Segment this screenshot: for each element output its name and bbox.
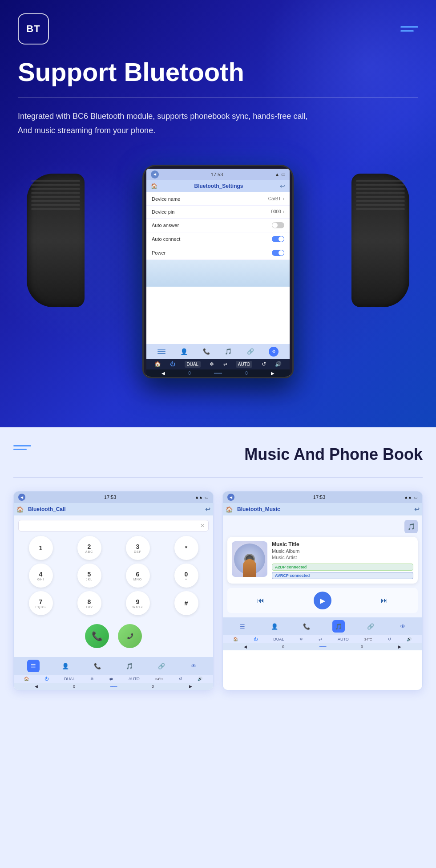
dial-btn-9[interactable]: 9 WXYZ <box>126 591 150 615</box>
music-ctrl-wind[interactable]: ↺ <box>388 637 392 641</box>
call-button[interactable]: 📞 <box>85 624 109 648</box>
bt-logo-text: BT <box>26 23 40 35</box>
bt-row-auto-connect[interactable]: Auto connect <box>146 232 290 246</box>
ctrl-home[interactable]: 🏠 <box>154 361 161 367</box>
bt-row-auto-answer[interactable]: Auto answer <box>146 219 290 232</box>
dial-btn-4[interactable]: 4 GHI <box>29 564 53 588</box>
ctrl-back[interactable]: ◀ <box>161 371 165 376</box>
prev-track-btn[interactable]: ⏮ <box>254 593 268 608</box>
call-nav-phone[interactable]: 📞 <box>91 660 104 672</box>
music-ctrl-auto[interactable]: AUTO <box>338 637 349 641</box>
call-ctrl-vol[interactable]: 🔊 <box>198 677 202 681</box>
call-screen-container: ◀ 17:53 ▲▲ ▭ 🏠 Bluetooth_Call ↩ ✕ <box>13 491 214 690</box>
ctrl-ac[interactable]: ⇄ <box>223 362 227 367</box>
music-ctrl-vol[interactable]: 🔊 <box>407 637 412 641</box>
music-ctrl-fan[interactable]: ❄ <box>299 637 303 641</box>
music-nav-phone[interactable]: 📞 <box>300 620 313 633</box>
ctrl-vol[interactable]: 🔊 <box>275 361 282 367</box>
auto-connect-toggle[interactable] <box>272 236 284 242</box>
call-fwd[interactable]: ▶ <box>189 684 192 689</box>
dial-btn-star[interactable]: * <box>174 536 198 560</box>
dialpad-clear-btn[interactable]: ✕ <box>200 523 205 529</box>
screen-return-icon[interactable]: ↩ <box>280 183 285 190</box>
hero-section: BT Support Bluetooth Integrated with BC6… <box>0 0 436 427</box>
header-bar: BT <box>18 0 418 53</box>
auto-answer-toggle[interactable] <box>272 222 284 228</box>
call-ctrl-bar: 🏠 ⏻ DUAL ❄ ⇄ AUTO 34°C ↺ 🔊 <box>14 675 213 683</box>
screen-back-btn[interactable]: ◀ <box>151 170 159 178</box>
music-fwd[interactable]: ▶ <box>398 645 401 649</box>
call-ctrl-wind[interactable]: ↺ <box>179 677 182 681</box>
ctrl-fan[interactable]: ❄ <box>210 361 214 367</box>
music-nav-music[interactable]: 🎵 <box>332 620 345 633</box>
music-nav-eye[interactable]: 👁 <box>396 620 409 633</box>
nav-menu-icon[interactable] <box>157 349 166 354</box>
nav-phone-icon[interactable]: 📞 <box>203 348 210 355</box>
call-nav-music[interactable]: 🎵 <box>123 660 136 672</box>
bottom-menu-icon[interactable] <box>13 445 31 450</box>
desc-line-1: Integrated with BC6 Bluetooth module, su… <box>18 112 307 121</box>
music-ctrl-ac[interactable]: ⇄ <box>319 637 322 641</box>
call-nav-eye[interactable]: 👁 <box>187 660 200 672</box>
ctrl-wind[interactable]: ↺ <box>262 361 266 367</box>
ctrl-temp-bar: ━━━ <box>214 371 222 376</box>
menu-line-2 <box>400 30 414 32</box>
music-ps-navbar: ☰ 👤 📞 🎵 🔗 👁 <box>223 617 422 635</box>
nav-contact-icon[interactable]: 👤 <box>180 348 188 355</box>
call-nav-contact[interactable]: 👤 <box>59 660 72 672</box>
call-nav-menu[interactable]: ☰ <box>27 660 40 672</box>
power-toggle[interactable] <box>272 250 284 256</box>
auto-answer-label: Auto answer <box>152 223 179 228</box>
dial-btn-3[interactable]: 3 DEF <box>126 536 150 560</box>
music-note-icon[interactable]: 🎵 <box>404 520 418 533</box>
call-ctrl-fan[interactable]: ❄ <box>90 677 94 681</box>
avrcp-badge: AVRCP connected <box>272 572 413 579</box>
music-return-icon[interactable]: ↩ <box>414 506 420 513</box>
music-ctrl-home[interactable]: 🏠 <box>233 637 238 641</box>
redial-button[interactable]: 📞 <box>118 624 142 648</box>
play-btn[interactable]: ▶ <box>314 592 331 609</box>
next-track-btn[interactable]: ⏭ <box>377 593 392 608</box>
music-note-area: 🎵 <box>227 520 418 533</box>
call-back[interactable]: ◀ <box>35 684 38 689</box>
call-ctrl-power[interactable]: ⏻ <box>44 677 48 681</box>
music-back-btn[interactable]: ◀ <box>227 494 234 501</box>
ctrl-dual[interactable]: DUAL <box>185 361 201 368</box>
call-back-btn[interactable]: ◀ <box>18 494 25 501</box>
dial-btn-7[interactable]: 7 PQRS <box>29 591 53 615</box>
dial-btn-hash[interactable]: # <box>174 591 198 615</box>
music-zero-l: 0 <box>282 645 284 649</box>
music-nav-link[interactable]: 🔗 <box>364 620 377 633</box>
dial-btn-0[interactable]: 0 + <box>174 564 198 588</box>
music-info: Music Title Music Album Music Artist A2D… <box>272 541 413 579</box>
music-title-text: Music Title <box>272 541 413 548</box>
dial-btn-1[interactable]: 1 <box>29 536 53 560</box>
call-ctrl-ac[interactable]: ⇄ <box>109 677 113 681</box>
dial-btn-5[interactable]: 5 JKL <box>77 564 101 588</box>
phone-screens-row: ◀ 17:53 ▲▲ ▭ 🏠 Bluetooth_Call ↩ ✕ <box>13 491 423 690</box>
ctrl-power[interactable]: ⏻ <box>170 361 175 367</box>
call-ctrl-dual[interactable]: DUAL <box>64 677 75 681</box>
music-nav-menu[interactable]: ☰ <box>236 620 249 633</box>
music-nav-contact[interactable]: 👤 <box>268 620 281 633</box>
bt-row-power[interactable]: Power <box>146 246 290 260</box>
call-nav-link[interactable]: 🔗 <box>155 660 168 672</box>
nav-link-icon[interactable]: 🔗 <box>247 348 254 355</box>
nav-settings-active[interactable]: ⚙ <box>269 347 279 357</box>
music-back[interactable]: ◀ <box>244 645 247 649</box>
bt-row-device-name[interactable]: Device name CarBT › <box>146 193 290 206</box>
music-ctrl-power[interactable]: ⏻ <box>254 637 258 641</box>
dial-btn-6[interactable]: 6 MNO <box>126 564 150 588</box>
call-ctrl-auto[interactable]: AUTO <box>129 677 140 681</box>
bt-row-device-pin[interactable]: Device pin 0000 › <box>146 206 290 219</box>
dial-btn-8[interactable]: 8 TUV <box>77 591 101 615</box>
nav-music-icon[interactable]: 🎵 <box>225 348 232 355</box>
menu-icon[interactable] <box>400 26 418 32</box>
bottom-section-title: Music And Phone Book <box>244 445 423 464</box>
music-ctrl-dual[interactable]: DUAL <box>273 637 284 641</box>
ctrl-auto[interactable]: AUTO <box>236 361 253 368</box>
call-ctrl-home[interactable]: 🏠 <box>24 677 29 681</box>
ctrl-fwd[interactable]: ▶ <box>271 371 275 376</box>
call-return-icon[interactable]: ↩ <box>205 506 210 513</box>
dial-btn-2[interactable]: 2 ABC <box>77 536 101 560</box>
